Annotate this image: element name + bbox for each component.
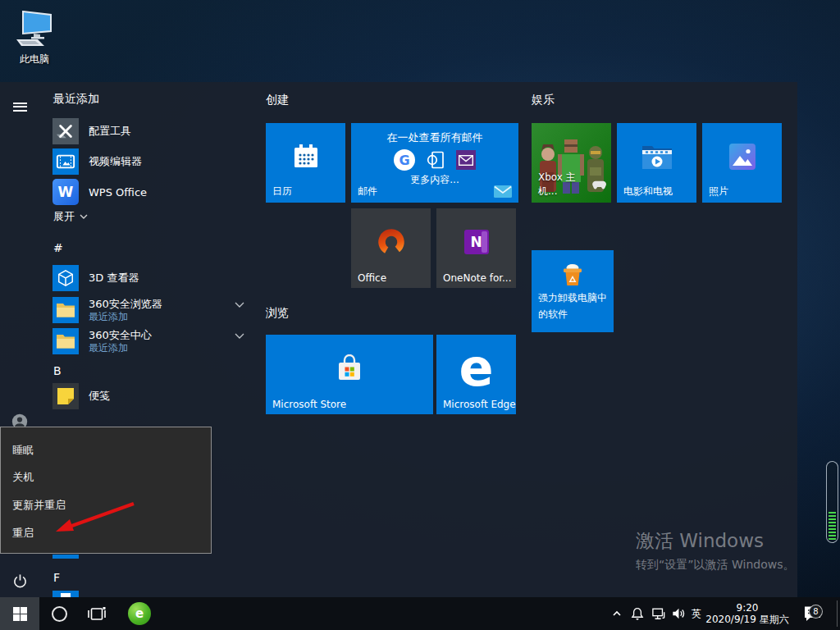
power-icon (12, 573, 28, 589)
app-icon-fragment (52, 591, 79, 597)
cortana-icon (52, 606, 67, 622)
config-tools-icon (52, 118, 79, 144)
tile-label: 照片 (709, 185, 728, 199)
tile-uninstaller[interactable]: 强力卸载电脑中的软件 (532, 250, 614, 332)
power-option-sleep[interactable]: 睡眠 (12, 442, 193, 459)
power-button[interactable] (5, 566, 34, 596)
chevron-down-icon[interactable] (235, 302, 244, 308)
tile-microsoft-edge[interactable]: e Microsoft Edge (436, 335, 516, 414)
chevron-down-icon (80, 214, 88, 219)
this-pc-icon (13, 10, 56, 48)
trash-bin-icon (559, 262, 586, 288)
edge-icon: e (459, 343, 493, 394)
desktop: 此电脑 激活 Windows 转到“设置”以激活 Windows。 (0, 0, 840, 630)
group-title-browse[interactable]: 浏览 (266, 306, 289, 321)
action-center-button[interactable]: 8 (797, 597, 833, 630)
notification-count-badge: 8 (809, 605, 823, 619)
speaker-icon (671, 607, 686, 620)
menu-button[interactable] (5, 92, 34, 121)
app-group-360-browser[interactable]: 360安全浏览器 最近添加 (52, 294, 253, 326)
3d-viewer-icon (52, 265, 79, 291)
tile-onenote[interactable]: N OneNote for... (436, 208, 516, 288)
expand-toggle[interactable]: 展开 (53, 209, 88, 224)
tile-movies-tv[interactable]: 电影和电视 (617, 123, 696, 203)
app-label: 便笺 (89, 389, 110, 404)
start-button[interactable] (0, 597, 39, 630)
windows-logo-icon (13, 607, 27, 621)
tile-label: 强力卸载电脑中的软件 (538, 290, 609, 322)
app-label: 360安全中心 (89, 329, 152, 342)
app-label: 3D 查看器 (89, 271, 139, 285)
cortana-button[interactable] (44, 597, 74, 630)
tile-calendar[interactable]: 日历 (266, 123, 345, 203)
app-label: 360安全浏览器 (89, 298, 162, 311)
recent-added-header: 最近添加 (53, 92, 99, 107)
onenote-icon: N (464, 230, 489, 254)
group-title-entertainment[interactable]: 娱乐 (532, 93, 555, 107)
tray-expand-button[interactable] (607, 597, 627, 630)
app-label: 视频编辑器 (89, 154, 142, 169)
clock-date: 2020/9/19 星期六 (705, 614, 788, 625)
group-title-create[interactable]: 创建 (266, 93, 289, 107)
bell-icon (631, 607, 644, 621)
chevron-down-icon[interactable] (235, 333, 244, 339)
app-item-3d-viewer[interactable]: 3D 查看器 (52, 265, 253, 291)
ime-indicator[interactable]: 英 (687, 597, 705, 630)
section-letter-hash[interactable]: # (53, 241, 63, 254)
section-letter-b[interactable]: B (53, 364, 62, 377)
section-letter-f[interactable]: F (53, 571, 60, 584)
tile-label: Office (358, 272, 386, 284)
wps-icon: W (52, 179, 79, 205)
photos-icon (729, 144, 756, 170)
this-pc-label: 此电脑 (8, 52, 61, 66)
office-icon (377, 227, 406, 257)
power-option-restart[interactable]: 重启 (12, 525, 193, 541)
app-group-360-center[interactable]: 360安全中心 最近添加 (52, 325, 253, 358)
email-envelope-icon (456, 150, 476, 170)
show-desktop-strip[interactable] (837, 600, 838, 627)
desktop-icon-this-pc[interactable]: 此电脑 (8, 10, 61, 66)
google-icon: G (394, 149, 415, 171)
clock[interactable]: 9:20 2020/9/19 星期六 (704, 597, 791, 630)
sticky-notes-icon (52, 383, 79, 409)
game-controller-icon (592, 180, 606, 189)
tile-microsoft-store[interactable]: Microsoft Store (266, 335, 433, 414)
chevron-up-icon (612, 610, 622, 617)
tile-label: Microsoft Edge (443, 399, 516, 410)
network-icon (651, 607, 666, 620)
task-view-button[interactable] (82, 597, 112, 630)
outlook-icon (426, 150, 445, 170)
power-option-update-restart[interactable]: 更新并重启 (12, 497, 193, 514)
app-label: 配置工具 (89, 124, 131, 139)
app-label: WPS Office (89, 186, 147, 199)
tile-photos[interactable]: 照片 (702, 123, 782, 203)
folder-icon (52, 297, 79, 323)
browser-360-button[interactable]: e (123, 597, 156, 630)
tile-label: Microsoft Store (272, 399, 346, 410)
tile-label: 邮件 (358, 185, 377, 199)
app-item-config-tools[interactable]: 配置工具 (52, 118, 253, 144)
clock-time: 9:20 (737, 602, 759, 614)
accelerator-widget[interactable] (826, 461, 838, 543)
app-item-sticky-notes[interactable]: 便笺 (52, 383, 253, 409)
video-editor-icon (52, 148, 79, 175)
power-option-shutdown[interactable]: 关机 (12, 469, 193, 486)
accelerator-level (829, 512, 836, 540)
app-item-wps-office[interactable]: W WPS Office (52, 179, 253, 205)
app-sublabel: 最近添加 (89, 342, 152, 354)
tile-xbox[interactable]: Xbox 主机... (532, 123, 611, 203)
network-button[interactable] (648, 597, 669, 630)
app-sublabel: 最近添加 (89, 311, 162, 323)
mail-icon (494, 185, 512, 198)
power-flyout: 睡眠 关机 更新并重启 重启 (0, 427, 212, 554)
app-item-video-editor[interactable]: 视频编辑器 (52, 148, 253, 175)
tile-mail[interactable]: 在一处查看所有邮件 G 更多内容... 邮件 (351, 123, 518, 203)
taskbar: e 英 (0, 597, 840, 630)
app-icon-fragment (52, 555, 79, 559)
tile-office[interactable]: Office (351, 208, 431, 288)
notification-bell-button[interactable] (627, 597, 648, 630)
hamburger-icon (13, 100, 27, 113)
tile-label: OneNote for... (443, 272, 512, 284)
tile-label: 电影和电视 (623, 185, 673, 199)
volume-button[interactable] (668, 597, 689, 630)
